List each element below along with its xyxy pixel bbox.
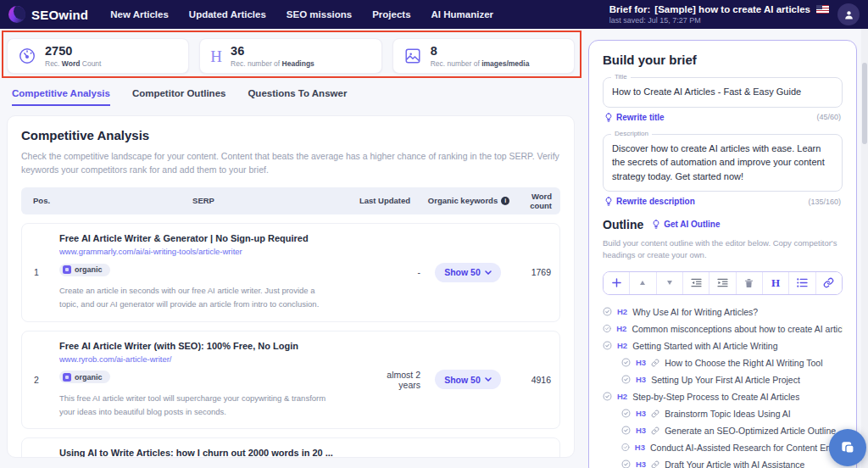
outline-item[interactable]: H2 Step-by-Step Process to Create AI Art… [603,388,843,405]
indent-button[interactable] [709,272,736,294]
outline-item[interactable]: H3 How to Choose the Right AI Writing To… [603,354,843,371]
heading-icon: H [210,48,222,64]
brand-name: SEOwind [31,8,88,22]
link-icon [651,410,659,418]
nav-ai-humanizer[interactable]: AI Humanizer [431,9,494,20]
nav-projects[interactable]: Projects [372,9,410,20]
outline-item[interactable]: H2 Common misconceptions about how to cr… [603,320,843,337]
outline-title: Outline [603,218,643,231]
move-up-button[interactable] [630,272,656,294]
delete-item-button[interactable] [737,272,763,294]
check-circle-icon[interactable] [621,443,630,452]
description-field[interactable]: Description Discover how to create AI ar… [603,134,843,192]
tab-questions-to-answer[interactable]: Questions To Answer [248,88,347,106]
outline-item-text[interactable]: Draft Your Article with AI Assistance [665,460,804,468]
word-count-value: 1769 [515,267,559,277]
rewrite-description-link[interactable]: Rewrite description [604,197,695,206]
tab-competitive-analysis[interactable]: Competitive Analysis [12,88,110,106]
brief-info: Brief for: [Sample] how to create AI art… [609,3,829,25]
heading-level-label: H2 [617,392,627,401]
tab-competitor-outlines[interactable]: Competitor Outlines [132,88,226,106]
check-circle-icon[interactable] [621,426,631,435]
outline-item-text[interactable]: Setting Up Your First AI Article Project [651,375,800,385]
heading-level-label: H3 [636,409,646,418]
table-row: 1 Free AI Article Writer & Generator | N… [21,223,560,321]
stat-label: Rec. number of Headings [231,59,314,68]
serp-result-title[interactable]: Free AI Article Writer & Generator | No … [59,233,348,243]
description-field-value[interactable]: Discover how to create AI articles with … [612,142,833,184]
outline-item[interactable]: H3 Generate an SEO-Optimized Article Out… [603,422,843,439]
outline-item-text[interactable]: Conduct AI-Assisted Research for Content… [650,443,843,453]
outline-item[interactable]: H3 Conduct AI-Assisted Research for Cont… [603,439,843,456]
brand-logo[interactable]: SEOwind [8,6,88,23]
outline-item-text[interactable]: Generate an SEO-Optimized Article Outlin… [665,426,836,436]
outline-item[interactable]: H2 Getting Started with AI Article Writi… [603,337,843,354]
serp-result-title[interactable]: Using AI to Write Articles: how I churn … [59,448,348,458]
person-icon [843,9,854,20]
col-pos: Pos. [33,196,58,205]
stat-value: 36 [231,44,314,58]
outline-item-text[interactable]: How to Choose the Right AI Writing Tool [665,358,822,368]
list-button[interactable] [789,272,815,294]
get-ai-outline-link[interactable]: Get AI Outline [652,220,720,229]
heading-button[interactable]: H [763,272,789,294]
section-description: Check the competitive landscape for your… [21,149,560,177]
outline-item[interactable]: H3 Setting Up Your First AI Article Proj… [603,371,843,388]
outline-item-text[interactable]: Common misconceptions about how to creat… [632,324,843,334]
check-circle-icon[interactable] [621,460,631,468]
title-field-value[interactable]: How to Create AI Articles - Fast & Easy … [612,85,833,99]
check-circle-icon[interactable] [603,392,612,401]
description-field-label: Description [611,130,652,137]
heading-level-label: H2 [617,341,627,350]
user-avatar[interactable] [837,3,860,25]
link-icon [651,359,659,367]
lightbulb-icon [604,197,613,206]
move-down-button[interactable] [657,272,683,294]
outline-item-text[interactable]: Brainstorm Topic Ideas Using AI [665,409,791,419]
info-icon[interactable]: i [501,197,509,205]
show-keywords-button[interactable]: Show 50 [435,370,501,389]
lightbulb-icon [652,220,660,229]
check-circle-icon[interactable] [621,358,631,367]
serp-result-description: Create an article in seconds with our fr… [59,284,348,311]
heading-level-label: H3 [636,358,646,367]
chevron-down-icon [485,377,492,382]
heading-icon: H [771,276,780,290]
outline-item-text[interactable]: Step-by-Step Process to Create AI Articl… [632,392,799,402]
title-char-counter: (45/60) [816,113,841,121]
serp-result-title[interactable]: Free AI Article Writer (with SEO): 100% … [59,341,348,351]
title-field[interactable]: Title How to Create AI Articles - Fast &… [603,77,843,108]
table-row: 2 Free AI Article Writer (with SEO): 100… [21,331,560,429]
outdent-button[interactable] [683,272,709,294]
stat-word-count: 2750 Rec. Word Count [7,38,189,74]
outline-item[interactable]: H2 Why Use AI for Writing Articles? [603,304,843,320]
title-field-label: Title [611,73,631,81]
stat-headings: H 36 Rec. number of Headings [199,38,381,74]
chat-launcher-button[interactable] [829,429,866,466]
rewrite-title-link[interactable]: Rewrite title [604,113,665,122]
check-circle-icon[interactable] [603,324,611,333]
scrollbar-thumb[interactable] [862,63,867,144]
add-item-button[interactable] [604,272,630,294]
nav-new-articles[interactable]: New Articles [110,9,169,20]
serp-result-url[interactable]: www.ryrob.com/ai-article-writer/ [59,354,348,364]
outline-item[interactable]: H3 Draft Your Article with AI Assistance [603,456,843,468]
check-circle-icon[interactable] [603,307,612,316]
serp-result-url[interactable]: www.grammarly.com/ai/ai-writing-tools/ar… [59,247,348,256]
show-keywords-button[interactable]: Show 50 [435,263,501,282]
outline-item[interactable]: H3 Brainstorm Topic Ideas Using AI [603,405,843,422]
link-icon [651,426,659,435]
outline-item-text[interactable]: Why Use AI for Writing Articles? [632,307,758,317]
outline-item-text[interactable]: Getting Started with AI Article Writing [632,341,777,351]
check-circle-icon[interactable] [603,341,612,350]
nav-updated-articles[interactable]: Updated Articles [189,9,266,20]
nav-seo-missions[interactable]: SEO missions [287,9,352,20]
seowind-logo-icon [8,6,25,23]
check-circle-icon[interactable] [621,375,631,384]
check-circle-icon[interactable] [621,409,631,418]
page-scrollbar[interactable] [861,29,868,468]
link-button[interactable] [816,272,842,294]
col-organic-keywords: Organic keywords i [421,196,516,205]
analysis-tabs: Competitive Analysis Competitor Outlines… [12,88,347,106]
main-nav: New Articles Updated Articles SEO missio… [110,9,493,20]
